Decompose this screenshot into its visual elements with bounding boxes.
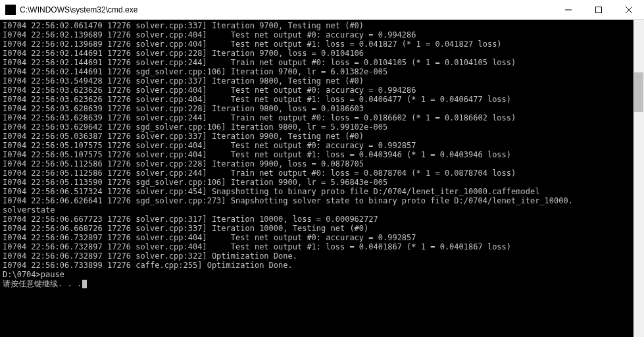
terminal-line: D:\0704>pause xyxy=(3,270,641,279)
terminal-line: I0704 22:56:06.732897 17276 solver.cpp:4… xyxy=(3,242,641,251)
terminal-line: I0704 22:56:05.036387 17276 solver.cpp:3… xyxy=(3,132,641,141)
terminal-line: 请按任意键继续. . . xyxy=(3,279,641,288)
terminal-line: I0704 22:56:05.113590 17276 sgd_solver.c… xyxy=(3,178,641,187)
terminal-line: I0704 22:56:02.139689 17276 solver.cpp:4… xyxy=(3,30,641,39)
terminal-line: solverstate xyxy=(3,205,641,215)
minimize-button[interactable] xyxy=(553,0,583,19)
text-cursor xyxy=(82,280,87,288)
terminal-line: I0704 22:56:06.517324 17276 solver.cpp:4… xyxy=(3,187,641,196)
terminal-line: I0704 22:56:03.623626 17276 solver.cpp:4… xyxy=(3,86,641,95)
close-button[interactable] xyxy=(614,0,644,19)
svg-rect-1 xyxy=(596,7,602,13)
terminal-line: I0704 22:56:06.626641 17276 sgd_solver.c… xyxy=(3,196,641,205)
scrollbar-thumb[interactable] xyxy=(634,72,643,112)
window-title: C:\WINDOWS\system32\cmd.exe xyxy=(20,5,553,14)
terminal-line: I0704 22:56:03.628639 17276 solver.cpp:2… xyxy=(3,104,641,113)
terminal-line: I0704 22:56:06.733899 17276 caffe.cpp:25… xyxy=(3,261,641,270)
terminal-line: I0704 22:56:02.144691 17276 solver.cpp:2… xyxy=(3,49,641,58)
maximize-button[interactable] xyxy=(583,0,614,19)
terminal-line: I0704 22:56:06.732897 17276 solver.cpp:4… xyxy=(3,233,641,242)
terminal-line: I0704 22:56:06.732897 17276 solver.cpp:3… xyxy=(3,251,641,261)
terminal-line: I0704 22:56:02.144691 17276 solver.cpp:2… xyxy=(3,58,641,67)
terminal-line: I0704 22:56:05.112586 17276 solver.cpp:2… xyxy=(3,168,641,178)
window-titlebar: C:\WINDOWS\system32\cmd.exe xyxy=(0,0,644,20)
terminal-line: I0704 22:56:02.144691 17276 sgd_solver.c… xyxy=(3,67,641,76)
terminal-line: I0704 22:56:05.107575 17276 solver.cpp:4… xyxy=(3,150,641,159)
terminal-line: I0704 22:56:05.112586 17276 solver.cpp:2… xyxy=(3,159,641,168)
window-controls xyxy=(553,0,644,19)
terminal-line: I0704 22:56:06.667723 17276 solver.cpp:3… xyxy=(3,215,641,224)
terminal-line: I0704 22:56:02.139689 17276 solver.cpp:4… xyxy=(3,39,641,49)
terminal-line: I0704 22:56:02.061470 17276 solver.cpp:3… xyxy=(3,21,641,30)
vertical-scrollbar[interactable] xyxy=(633,20,644,337)
terminal-line: I0704 22:56:03.629642 17276 sgd_solver.c… xyxy=(3,122,641,132)
terminal-line: I0704 22:56:03.628639 17276 solver.cpp:2… xyxy=(3,113,641,122)
terminal-output[interactable]: I0704 22:56:02.061470 17276 solver.cpp:3… xyxy=(0,20,644,337)
terminal-line: I0704 22:56:06.668726 17276 solver.cpp:3… xyxy=(3,224,641,233)
cmd-icon xyxy=(5,5,16,15)
terminal-line: I0704 22:56:03.549428 17276 solver.cpp:3… xyxy=(3,76,641,86)
terminal-line: I0704 22:56:03.623626 17276 solver.cpp:4… xyxy=(3,95,641,104)
terminal-line: I0704 22:56:05.107575 17276 solver.cpp:4… xyxy=(3,141,641,150)
